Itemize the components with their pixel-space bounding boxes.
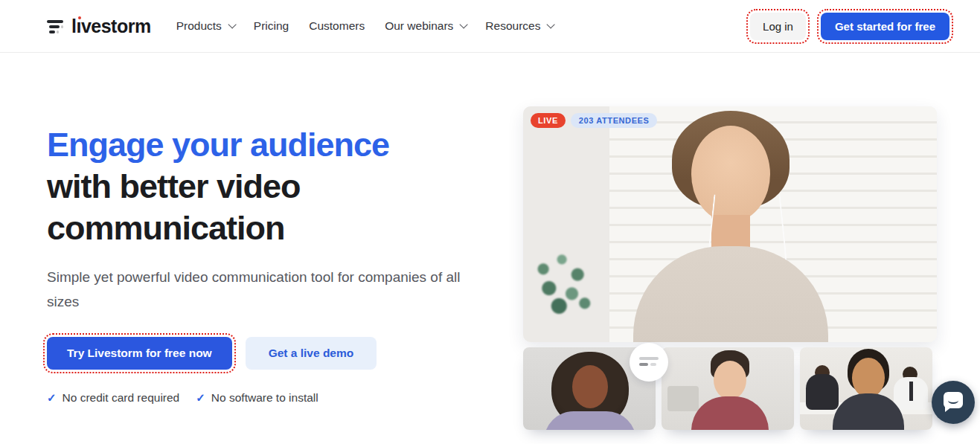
nav-label: Customers bbox=[309, 19, 365, 33]
nav-label: Resources bbox=[485, 19, 540, 33]
get-started-button[interactable]: Get started for free bbox=[821, 13, 949, 40]
office-background bbox=[667, 386, 699, 411]
logo-red-dot bbox=[78, 16, 82, 20]
participant-face bbox=[852, 358, 885, 398]
nav-item-resources[interactable]: Resources bbox=[485, 19, 552, 33]
background-person bbox=[806, 374, 839, 410]
background-person-tie bbox=[909, 382, 913, 401]
participant-face bbox=[714, 361, 746, 399]
live-badge: LIVE bbox=[531, 113, 566, 128]
hero-title-rest: with better video communication bbox=[47, 167, 301, 247]
bullet-no-software: ✓ No software to install bbox=[196, 391, 318, 405]
nav-item-pricing[interactable]: Pricing bbox=[254, 19, 289, 33]
hero-bullets: ✓ No credit card required ✓ No software … bbox=[47, 391, 318, 405]
livestorm-landing-page: lıvestorm Products Pricing Customers Our… bbox=[0, 0, 980, 444]
hero-title: Engage your audiencewith better video co… bbox=[47, 124, 434, 249]
header-actions: Log in Get started for free bbox=[750, 13, 949, 40]
participant-body bbox=[691, 396, 769, 430]
nav-label: Our webinars bbox=[385, 19, 453, 33]
nav-item-customers[interactable]: Customers bbox=[309, 19, 365, 33]
participant-body bbox=[544, 411, 636, 430]
nav-item-our-webinars[interactable]: Our webinars bbox=[385, 19, 465, 33]
live-demo-button[interactable]: Get a live demo bbox=[246, 337, 377, 370]
main-nav: Products Pricing Customers Our webinars … bbox=[176, 19, 553, 33]
chat-smile-icon bbox=[948, 397, 958, 404]
login-button[interactable]: Log in bbox=[750, 13, 806, 40]
participant-video-2 bbox=[662, 347, 794, 430]
plant-decoration bbox=[528, 250, 599, 318]
chat-launcher-button[interactable] bbox=[932, 381, 975, 424]
try-free-button[interactable]: Try Livestorm for free now bbox=[47, 337, 232, 370]
chevron-down-icon bbox=[460, 20, 468, 28]
bullet-label: No software to install bbox=[211, 391, 318, 405]
hero-subtitle: Simple yet powerful video communication … bbox=[47, 265, 493, 314]
video-badges: LIVE 203 ATTENDEES bbox=[531, 113, 657, 128]
check-icon: ✓ bbox=[196, 391, 205, 405]
bullet-no-credit-card: ✓ No credit card required bbox=[47, 391, 179, 405]
chat-bubble-icon bbox=[944, 392, 963, 408]
nav-label: Products bbox=[176, 19, 222, 33]
hero-title-highlight: Engage your audience bbox=[47, 124, 434, 166]
caption-bubble-icon bbox=[630, 343, 668, 382]
bullet-label: No credit card required bbox=[63, 391, 180, 405]
participant-video-3 bbox=[800, 347, 932, 430]
livestorm-logo-icon bbox=[47, 19, 65, 35]
header: lıvestorm Products Pricing Customers Our… bbox=[0, 0, 980, 53]
participant-face bbox=[572, 365, 608, 408]
main-video-tile: LIVE 203 ATTENDEES bbox=[523, 106, 937, 342]
chevron-down-icon bbox=[228, 20, 236, 28]
nav-item-products[interactable]: Products bbox=[176, 19, 234, 33]
livestorm-wordmark: lıvestorm bbox=[71, 16, 151, 37]
check-icon: ✓ bbox=[47, 391, 57, 405]
livestorm-logo[interactable]: lıvestorm bbox=[47, 16, 151, 37]
hero-cta-row: Try Livestorm for free now Get a live de… bbox=[47, 337, 377, 370]
chevron-down-icon bbox=[547, 20, 555, 28]
attendees-badge: 203 ATTENDEES bbox=[571, 113, 658, 128]
nav-label: Pricing bbox=[254, 19, 289, 33]
